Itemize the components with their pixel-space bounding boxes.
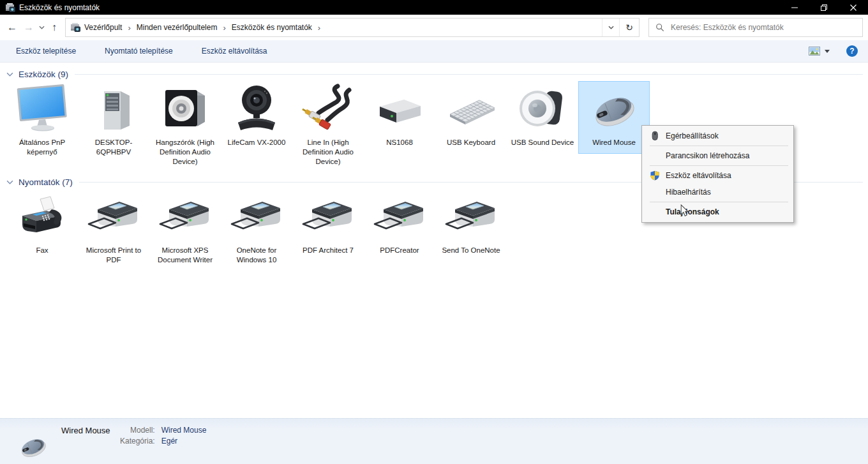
address-bar[interactable]: Vezérlőpult›Minden vezérlőpultelem›Eszkö… xyxy=(65,18,640,37)
menu-item-tulajdons-gok[interactable]: Tulajdonságok xyxy=(642,204,793,220)
tile-label: PDF Architect 7 xyxy=(303,246,354,257)
devices-group-header[interactable]: Eszközök (9) xyxy=(0,63,868,79)
speaker-cone-icon xyxy=(514,82,571,138)
printer-icon xyxy=(299,190,357,246)
speaker-box-icon xyxy=(156,82,214,138)
window-title: Eszközök és nyomtatók xyxy=(19,3,100,12)
webcam-icon xyxy=(228,82,285,138)
devices-and-printers-window: Eszközök és nyomtatók ← → ↑ Vezérlőpult›… xyxy=(0,0,868,464)
breadcrumb-chevron-icon: › xyxy=(313,23,325,33)
printer-tile-onenote-for-windows-10[interactable]: OneNote for Windows 10 xyxy=(221,189,292,267)
printer-tile-send-to-onenote[interactable]: Send To OneNote xyxy=(435,189,507,262)
line-in-icon xyxy=(299,82,357,138)
collapse-chevron-icon[interactable] xyxy=(6,72,13,77)
fax-icon xyxy=(13,190,71,246)
printer-icon xyxy=(228,190,285,246)
navigation-bar: ← → ↑ Vezérlőpult›Minden vezérlőpultelem… xyxy=(0,15,868,40)
printer-tile-fax[interactable]: Fax xyxy=(6,189,78,262)
menu-item-hibaelh-r-t-s[interactable]: Hibaelhárítás xyxy=(642,184,793,200)
command-eszk-z-telep-t-se[interactable]: Eszköz telepítése xyxy=(16,47,76,56)
devices-and-printers-icon xyxy=(5,3,15,13)
menu-item-label: Hibaelhárítás xyxy=(666,188,711,197)
mouse-cursor xyxy=(680,204,689,219)
restore-button[interactable] xyxy=(809,0,839,15)
search-box[interactable] xyxy=(648,18,863,37)
up-button[interactable]: ↑ xyxy=(46,19,63,36)
selected-device-name: Wired Mouse xyxy=(61,426,120,435)
command-nyomtat-telep-t-se[interactable]: Nyomtató telepítése xyxy=(105,47,173,56)
items-view: Eszközök (9) Általános PnP képernyőDESKT… xyxy=(0,63,868,419)
menu-separator xyxy=(650,165,788,166)
printers-group-title: Nyomtatók (7) xyxy=(19,177,73,187)
breadcrumb-chevron-icon: › xyxy=(123,23,135,33)
refresh-button[interactable]: ↻ xyxy=(619,19,639,36)
thumbnail-view-icon xyxy=(809,47,820,56)
tile-label: Send To OneNote xyxy=(442,246,500,257)
printer-icon xyxy=(85,190,142,246)
menu-item-parancsikon-l-trehoz-sa[interactable]: Parancsikon létrehozása xyxy=(642,147,793,164)
tile-label: Microsoft Print to PDF xyxy=(80,246,147,267)
breadcrumb: Vezérlőpult›Minden vezérlőpultelem›Eszkö… xyxy=(83,23,602,33)
device-tile-desktop-6qphbpv[interactable]: DESKTOP-6QPHBPV xyxy=(78,81,149,160)
tile-label: NS1068 xyxy=(386,138,413,149)
tile-label: Microsoft XPS Document Writer xyxy=(151,246,219,267)
device-tile-ns1068[interactable]: NS1068 xyxy=(364,81,435,154)
printer-tile-microsoft-print-to-pdf[interactable]: Microsoft Print to PDF xyxy=(78,189,149,267)
device-tile-line-in-high-definition-audio-device[interactable]: Line In (High Definition Audio Device) xyxy=(292,81,364,169)
printer-tile-microsoft-xps-document-writer[interactable]: Microsoft XPS Document Writer xyxy=(149,189,221,267)
tile-label: Wired Mouse xyxy=(592,138,636,149)
printer-icon xyxy=(442,190,500,246)
tower-icon xyxy=(85,82,142,138)
menu-item-eszk-z-elt-vol-t-sa[interactable]: Eszköz eltávolítása xyxy=(642,167,793,184)
menu-item-eg-rbe-ll-t-sok[interactable]: Egérbeállítások xyxy=(642,128,793,144)
back-button[interactable]: ← xyxy=(4,19,20,36)
breadcrumb-item-vez-rl-pult[interactable]: Vezérlőpult xyxy=(83,23,123,32)
menu-item-label: Eszköz eltávolítása xyxy=(666,171,731,180)
close-button[interactable] xyxy=(839,0,868,15)
tile-label: OneNote for Windows 10 xyxy=(223,246,290,267)
property-label: Kategória: xyxy=(120,437,155,445)
help-button[interactable]: ? xyxy=(846,45,858,57)
tile-label: LifeCam VX-2000 xyxy=(228,138,286,149)
tile-label: DESKTOP-6QPHBPV xyxy=(80,138,147,159)
device-tile-wired-mouse[interactable]: Wired Mouse xyxy=(578,81,650,154)
breadcrumb-item-minden-vez-rl-pultelem[interactable]: Minden vezérlőpultelem xyxy=(135,23,219,32)
devices-group-title: Eszközök (9) xyxy=(19,70,68,79)
command-eszk-z-elt-vol-t-sa[interactable]: Eszköz eltávolítása xyxy=(202,47,267,56)
uac-shield-icon xyxy=(650,170,666,181)
address-dropdown-chevron[interactable] xyxy=(602,19,619,36)
menu-item-label: Parancsikon létrehozása xyxy=(666,151,749,160)
nas-icon xyxy=(371,82,428,138)
tile-label: Fax xyxy=(36,246,48,257)
collapse-chevron-icon[interactable] xyxy=(6,180,13,184)
forward-button[interactable]: → xyxy=(20,19,37,36)
tile-label: Line In (High Definition Audio Device) xyxy=(294,138,362,168)
device-tile-hangsz-r-k-high-definition-audio-device[interactable]: Hangszórók (High Definition Audio Device… xyxy=(149,81,221,169)
property-label: Modell: xyxy=(120,426,155,435)
device-tile-lifecam-vx-2000[interactable]: LifeCam VX-2000 xyxy=(221,81,292,154)
selected-device-icon xyxy=(13,430,54,464)
printer-tile-pdfcreator[interactable]: PDFCreator xyxy=(364,189,435,262)
minimize-button[interactable] xyxy=(780,0,809,15)
tile-label: Hangszórók (High Definition Audio Device… xyxy=(151,138,219,168)
details-pane: Wired Mouse Modell:Wired MouseKategória:… xyxy=(0,418,868,464)
command-bar: Eszköz telepítéseNyomtató telepítéseEszk… xyxy=(0,40,868,63)
keyboard-icon xyxy=(442,82,500,138)
search-input[interactable] xyxy=(670,22,862,33)
recent-pages-chevron[interactable] xyxy=(37,19,46,36)
title-bar: Eszközök és nyomtatók xyxy=(0,0,868,15)
breadcrumb-item-eszk-z-k-s-nyomtat-k[interactable]: Eszközök és nyomtatók xyxy=(230,23,313,32)
group-rule xyxy=(75,74,863,75)
printer-icon xyxy=(156,190,214,246)
device-tile-usb-keyboard[interactable]: USB Keyboard xyxy=(435,81,507,154)
menu-separator xyxy=(650,146,788,146)
mouse-settings-icon xyxy=(650,131,666,141)
device-tile-usb-sound-device[interactable]: USB Sound Device xyxy=(507,81,578,154)
view-caret-icon xyxy=(825,50,830,53)
context-menu: EgérbeállításokParancsikon létrehozásaEs… xyxy=(641,125,794,223)
device-tile-ltal-nos-pnp-k-perny[interactable]: Általános PnP képernyő xyxy=(6,81,78,160)
printer-icon xyxy=(371,190,428,246)
change-view-button[interactable] xyxy=(809,47,830,56)
property-value: Wired Mouse xyxy=(161,426,207,435)
printer-tile-pdf-architect-7[interactable]: PDF Architect 7 xyxy=(292,189,364,262)
